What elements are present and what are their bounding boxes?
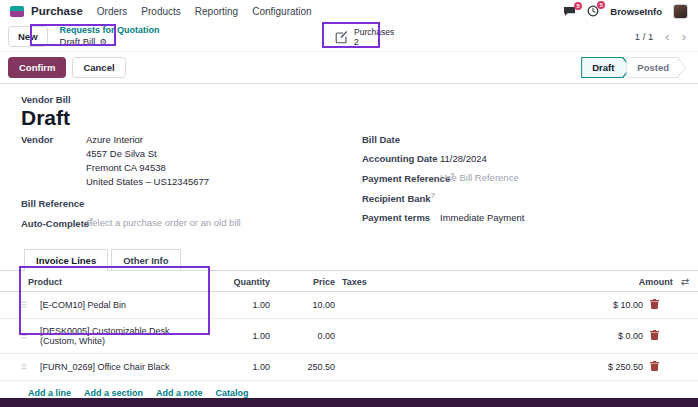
invoice-lines-table: Product Quantity Price Taxes Amount ⇄ ⠿ … [0, 271, 698, 381]
cancel-button[interactable]: Cancel [72, 57, 125, 78]
header-product[interactable]: Product [0, 271, 205, 292]
invoice-line-row[interactable]: ⠿ [FURN_0269] Office Chair Black 1.00 25… [0, 354, 698, 381]
price-cell[interactable]: 10.00 [272, 292, 337, 319]
breadcrumb: Requests for Quotation Draft Bill ⚙ [56, 25, 164, 48]
amount-cell: $ 10.00 [440, 292, 645, 319]
status-posted[interactable]: Posted [626, 57, 686, 78]
payment-reference-label: Payment Reference? [362, 172, 440, 184]
header-taxes[interactable]: Taxes [337, 271, 440, 292]
messages-icon[interactable]: 5 [563, 6, 576, 17]
payment-reference-field[interactable]: Use Bill Reference [440, 172, 519, 183]
vendor-street: 4557 De Silva St [86, 148, 209, 159]
vendor-country-vat: United States – US12345677 [86, 176, 209, 187]
header-quantity[interactable]: Quantity [205, 271, 272, 292]
help-icon: ? [431, 192, 435, 199]
document-type-label: Vendor Bill [21, 94, 698, 105]
pager: 1 / 1 ‹ › [635, 31, 690, 42]
auto-complete-label: Auto-Complete? [21, 217, 86, 229]
table-body: ⠿ [E-COM10] Pedal Bin 1.00 10.00 $ 10.00… [0, 292, 698, 381]
pager-next-icon[interactable]: › [682, 32, 686, 42]
add-a-note-link[interactable]: Add a note [156, 388, 203, 398]
add-a-section-link[interactable]: Add a section [84, 388, 143, 398]
vendor-field[interactable]: Azure Interior 4557 De Silva St Fremont … [86, 134, 209, 190]
accounting-date-field[interactable]: 11/28/2024 [440, 153, 487, 164]
pager-prev-icon[interactable]: ‹ [665, 32, 669, 42]
price-cell[interactable]: 0.00 [272, 319, 337, 354]
action-bar: Confirm Cancel Draft Posted [0, 52, 698, 84]
bottom-bar [0, 398, 698, 407]
activities-clock-icon[interactable]: 5 [587, 5, 599, 17]
smart-button-label: Purchases [354, 27, 394, 37]
catalog-link[interactable]: Catalog [216, 388, 249, 398]
drag-handle-icon[interactable]: ⠿ [21, 301, 27, 310]
breadcrumb-current: Draft Bill [60, 36, 96, 48]
bill-reference-label: Bill Reference [21, 198, 86, 209]
payment-terms-label: Payment terms [362, 212, 440, 223]
status-draft[interactable]: Draft [581, 57, 631, 78]
invoice-line-row[interactable]: ⠿ [E-COM10] Pedal Bin 1.00 10.00 $ 10.00 [0, 292, 698, 319]
status-bar: Draft Posted [581, 57, 686, 78]
delete-line-icon[interactable] [650, 330, 659, 340]
header-amount[interactable]: Amount [639, 277, 673, 287]
drag-handle-icon[interactable]: ⠿ [21, 332, 27, 341]
top-nav: Purchase Orders Products Reporting Confi… [0, 0, 698, 22]
smart-button-count: 2 [354, 37, 394, 47]
invoice-line-row[interactable]: ⠿ [DESK0005] Customizable Desk (Custom, … [0, 319, 698, 354]
payment-terms-field[interactable]: Immediate Payment [440, 212, 524, 223]
vendor-city: Fremont CA 94538 [86, 162, 209, 173]
taxes-cell[interactable] [337, 354, 440, 381]
product-cell[interactable]: [FURN_0269] Office Chair Black [38, 354, 205, 381]
odoo-logo-icon[interactable] [10, 6, 24, 17]
pager-counter: 1 / 1 [635, 31, 654, 42]
recipient-bank-label: Recipient Bank? [362, 192, 440, 204]
table-header-row: Product Quantity Price Taxes Amount ⇄ [0, 271, 698, 292]
messages-badge: 5 [574, 2, 582, 10]
product-cell[interactable]: [DESK0005] Customizable Desk (Custom, Wh… [38, 319, 205, 354]
user-avatar[interactable] [673, 4, 688, 19]
user-menu[interactable]: BrowseInfo [610, 6, 662, 17]
accounting-date-label: Accounting Date [362, 153, 440, 164]
amount-cell: $ 0.00 [440, 319, 645, 354]
quantity-cell[interactable]: 1.00 [205, 292, 272, 319]
confirm-button[interactable]: Confirm [8, 57, 66, 78]
form-left-column: Vendor Azure Interior 4557 De Silva St F… [21, 134, 355, 237]
optional-columns-icon[interactable]: ⇄ [681, 276, 689, 287]
form-sheet: Vendor Bill Draft Vendor Azure Interior … [0, 94, 698, 407]
price-cell[interactable]: 250.50 [272, 354, 337, 381]
taxes-cell[interactable] [337, 292, 440, 319]
control-panel: New Requests for Quotation Draft Bill ⚙ … [0, 22, 698, 52]
delete-line-icon[interactable] [650, 361, 659, 371]
purchases-smart-button[interactable]: Purchases 2 [326, 25, 403, 49]
menu-orders[interactable]: Orders [97, 6, 128, 17]
edit-square-icon [335, 31, 348, 44]
taxes-cell[interactable] [337, 319, 440, 354]
amount-cell: $ 250.50 [440, 354, 645, 381]
vendor-name[interactable]: Azure Interior [86, 134, 209, 145]
auto-complete-field[interactable]: Select a purchase order or an old bill [86, 217, 241, 228]
app-menu-purchase[interactable]: Purchase [31, 5, 83, 17]
notebook-tabs: Invoice Lines Other Info [0, 249, 698, 271]
new-button[interactable]: New [8, 26, 48, 47]
bill-date-label: Bill Date [362, 134, 440, 145]
activities-badge: 5 [597, 1, 605, 9]
product-cell[interactable]: [E-COM10] Pedal Bin [38, 292, 205, 319]
vendor-label: Vendor [21, 134, 86, 145]
form-right-column: Bill Date Accounting Date 11/28/2024 Pay… [355, 134, 690, 237]
menu-reporting[interactable]: Reporting [195, 6, 238, 17]
breadcrumb-parent-link[interactable]: Requests for Quotation [60, 25, 160, 36]
menu-products[interactable]: Products [141, 6, 180, 17]
quantity-cell[interactable]: 1.00 [205, 354, 272, 381]
quantity-cell[interactable]: 1.00 [205, 319, 272, 354]
actions-gear-icon[interactable]: ⚙ [99, 37, 107, 48]
add-a-line-link[interactable]: Add a line [28, 388, 71, 398]
menu-configuration[interactable]: Configuration [252, 6, 311, 17]
header-price[interactable]: Price [272, 271, 337, 292]
drag-handle-icon[interactable]: ⠿ [21, 363, 27, 372]
page-title: Draft [21, 106, 698, 130]
tab-invoice-lines[interactable]: Invoice Lines [24, 249, 108, 271]
delete-line-icon[interactable] [650, 299, 659, 309]
nav-right: 5 5 BrowseInfo [563, 4, 688, 19]
tab-other-info[interactable]: Other Info [111, 249, 180, 271]
